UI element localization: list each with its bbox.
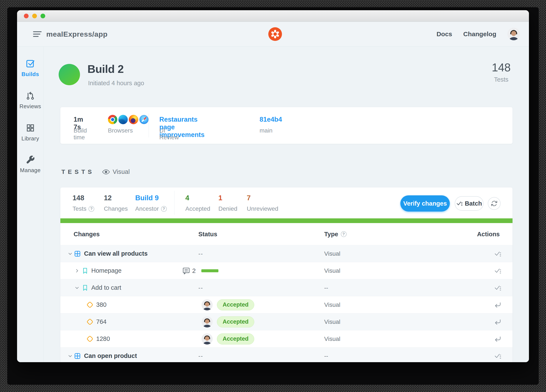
table-row[interactable]: 764 Accepted Visual bbox=[60, 313, 513, 330]
user-avatar[interactable] bbox=[507, 28, 520, 40]
comment-count: 2 bbox=[192, 267, 196, 274]
verify-all-icon[interactable] bbox=[494, 352, 501, 360]
build-time-label: Build time bbox=[74, 127, 87, 141]
commit-link[interactable]: 81e4b4 bbox=[260, 116, 282, 123]
refresh-icon bbox=[491, 200, 498, 207]
build-progress-bar bbox=[60, 218, 513, 223]
table-row[interactable]: 1280 Accepted Visual bbox=[60, 330, 513, 347]
page-bookmark-icon bbox=[83, 285, 87, 291]
col-actions: Actions bbox=[477, 231, 500, 238]
build-title: Build 2 bbox=[87, 63, 124, 76]
build-info-card: 1m 7s Build time Browsers Restaurants pa… bbox=[60, 107, 513, 144]
viewport-diamond-icon bbox=[86, 301, 93, 308]
viewport-diamond-icon bbox=[86, 318, 93, 325]
reviews-pull-request-icon bbox=[25, 91, 35, 101]
eye-icon bbox=[102, 169, 110, 175]
minimize-window-button[interactable] bbox=[32, 14, 37, 18]
tests-help-icon[interactable]: ? bbox=[89, 206, 94, 212]
project-title: mealExpress/app bbox=[46, 30, 108, 38]
table-row[interactable]: Homepage 2 Visual bbox=[60, 262, 513, 279]
build-subtitle: Initiated 4 hours ago bbox=[88, 80, 144, 87]
table-row[interactable]: 380 Accepted Visual bbox=[60, 296, 513, 313]
visual-filter-label: Visual bbox=[113, 168, 130, 175]
table-row[interactable]: Can view all products -- Visual bbox=[60, 245, 513, 262]
menu-icon[interactable] bbox=[33, 31, 42, 38]
status-badge: Accepted bbox=[217, 316, 254, 328]
undo-icon[interactable] bbox=[494, 335, 501, 342]
status-badge: Accepted bbox=[217, 333, 254, 344]
comments-icon[interactable] bbox=[182, 267, 190, 275]
tests-total-label: Tests bbox=[489, 76, 513, 83]
visual-filter-toggle[interactable]: Visual bbox=[102, 168, 130, 175]
ancestor-build-link[interactable]: Build 9 bbox=[135, 194, 159, 202]
undo-icon[interactable] bbox=[494, 318, 501, 326]
verify-all-icon[interactable] bbox=[494, 284, 501, 291]
table-row[interactable]: Add to cart -- -- bbox=[60, 279, 513, 296]
table-row[interactable]: Can open product -- -- bbox=[60, 347, 513, 362]
sidebar-item-manage[interactable]: Manage bbox=[17, 155, 44, 174]
verify-all-icon[interactable] bbox=[494, 250, 501, 257]
sidebar-item-reviews[interactable]: Reviews bbox=[17, 91, 44, 110]
verify-changes-button[interactable]: Verify changes bbox=[400, 195, 450, 212]
page-bookmark-icon bbox=[83, 268, 87, 274]
zoom-window-button[interactable] bbox=[40, 14, 45, 18]
chevron-down-icon[interactable] bbox=[68, 251, 72, 256]
batch-checklist-icon bbox=[456, 200, 463, 207]
verify-all-icon[interactable] bbox=[494, 267, 501, 274]
sidebar-item-library[interactable]: Library bbox=[17, 123, 44, 142]
viewport-diamond-icon bbox=[86, 335, 93, 342]
app-header: mealExpress/app Docs Changelog bbox=[17, 22, 529, 46]
sidebar: Builds Reviews Library Manage bbox=[17, 47, 44, 362]
edge-browser-icon bbox=[118, 115, 128, 124]
status-badge: Accepted bbox=[217, 299, 254, 310]
ancestor-help-icon[interactable]: ? bbox=[161, 206, 167, 212]
header-nav: Docs Changelog bbox=[437, 22, 520, 46]
browsers-label: Browsers bbox=[108, 127, 133, 134]
builds-checkbox-icon bbox=[25, 59, 35, 68]
table-header: Changes Status Type? Actions bbox=[60, 223, 513, 245]
chevron-down-icon[interactable] bbox=[75, 285, 79, 290]
build-status-circle bbox=[59, 64, 80, 85]
review-label: UI Review bbox=[159, 127, 179, 141]
app-window: mealExpress/app Docs Changelog bbox=[17, 10, 529, 362]
test-group-grid-icon bbox=[74, 251, 81, 257]
undo-icon[interactable] bbox=[494, 301, 501, 309]
tests-total-count: 148 bbox=[489, 61, 513, 74]
library-grid-icon bbox=[25, 123, 35, 133]
reviewer-avatar bbox=[202, 299, 213, 310]
info-card-divider bbox=[149, 114, 149, 137]
chevron-down-icon[interactable] bbox=[68, 354, 72, 358]
col-type: Type? bbox=[324, 231, 347, 238]
col-changes: Changes bbox=[74, 231, 100, 238]
app-logo-icon[interactable] bbox=[268, 27, 282, 41]
tests-total: 148 Tests bbox=[489, 61, 513, 83]
browser-icons bbox=[108, 115, 149, 124]
manage-wrench-icon bbox=[26, 155, 35, 164]
tests-card: 148 Tests? 12 Changes Build 9 Ancestor? … bbox=[60, 188, 513, 362]
tests-section-heading: TESTS Visual bbox=[61, 168, 130, 175]
window-titlebar bbox=[17, 10, 529, 22]
col-status: Status bbox=[198, 231, 217, 238]
type-help-icon[interactable]: ? bbox=[341, 231, 347, 237]
sidebar-item-builds[interactable]: Builds bbox=[17, 59, 44, 77]
chevron-right-icon[interactable] bbox=[75, 268, 79, 273]
safari-browser-icon bbox=[139, 115, 149, 124]
branch-label: main bbox=[260, 127, 273, 134]
nav-docs-link[interactable]: Docs bbox=[437, 31, 452, 38]
stats-divider bbox=[174, 191, 175, 215]
close-window-button[interactable] bbox=[24, 14, 29, 18]
reviewer-avatar bbox=[202, 333, 213, 344]
row-progress-bar bbox=[201, 269, 218, 272]
chrome-browser-icon bbox=[108, 115, 117, 124]
reviewer-avatar bbox=[202, 316, 213, 328]
test-group-grid-icon bbox=[74, 353, 81, 359]
tests-heading-label: TESTS bbox=[61, 169, 94, 175]
traffic-lights bbox=[24, 14, 45, 18]
nav-changelog-link[interactable]: Changelog bbox=[463, 31, 496, 38]
refresh-button[interactable] bbox=[488, 197, 500, 210]
batch-button[interactable]: Batch bbox=[455, 196, 483, 211]
firefox-browser-icon bbox=[129, 115, 138, 124]
